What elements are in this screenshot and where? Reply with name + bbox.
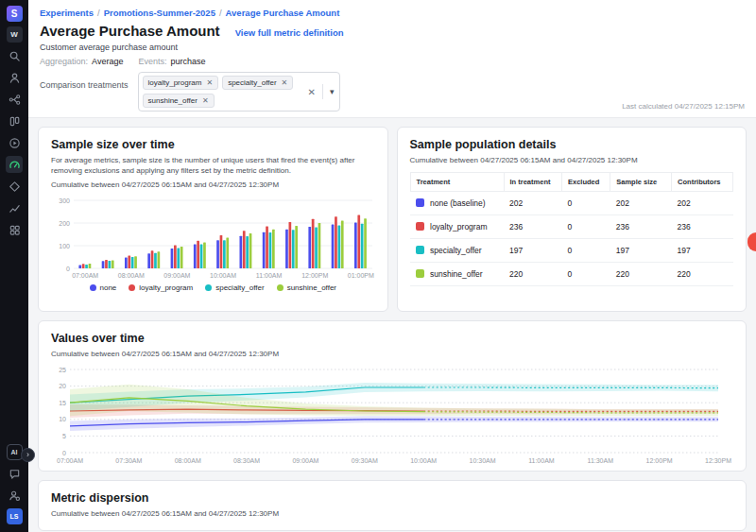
population-cumulative: Cumulative between 04/27/2025 06:15AM an… xyxy=(410,156,734,164)
treatment-name: none (baseline) xyxy=(430,198,486,208)
svg-text:07:00AM: 07:00AM xyxy=(72,272,98,279)
treatment-name: specialty_offer xyxy=(430,246,482,255)
svg-text:15: 15 xyxy=(59,400,66,406)
legend-label: loyalty_program xyxy=(139,283,193,292)
sidebar-item-users[interactable] xyxy=(6,69,23,86)
svg-text:25: 25 xyxy=(59,367,66,373)
excluded-value: 0 xyxy=(562,192,610,215)
breadcrumb-experiments[interactable]: Experiments xyxy=(40,8,94,18)
sidebar-item-support[interactable] xyxy=(6,465,23,482)
svg-text:12:30PM: 12:30PM xyxy=(705,457,731,464)
search-icon xyxy=(9,50,21,62)
line-chart-icon xyxy=(9,202,21,215)
svg-text:12:00PM: 12:00PM xyxy=(301,272,328,279)
workspace-ls-badge[interactable]: LS xyxy=(7,508,23,524)
comparison-treatments-select[interactable]: loyalty_program ✕ specialty_offer ✕ suns… xyxy=(138,72,341,112)
col-sample-size: Sample size xyxy=(610,173,672,192)
sample-size-value: 220 xyxy=(610,263,672,286)
table-row: loyalty_program 236 0 236 236 xyxy=(410,215,733,239)
sample-size-card: Sample size over time For average metric… xyxy=(38,127,388,312)
legend-label: none xyxy=(100,283,117,292)
events-value: purchase xyxy=(170,57,205,66)
metric-dispersion-card: Metric dispersion Cumulative between 04/… xyxy=(38,480,747,531)
table-header-row: Treatment In treatment Excluded Sample s… xyxy=(410,173,733,192)
svg-text:07:00AM: 07:00AM xyxy=(57,457,83,464)
legend-item-loyalty-program[interactable]: loyalty_program xyxy=(129,283,193,292)
svg-text:11:00AM: 11:00AM xyxy=(528,457,555,464)
sidebar-item-account[interactable] xyxy=(6,487,23,504)
values-over-time-card: Values over time Cumulative between 04/2… xyxy=(38,320,747,472)
page-header: Experiments / Promotions-Summer-2025 / A… xyxy=(28,0,756,118)
breadcrumb-experiment-name[interactable]: Promotions-Summer-2025 xyxy=(104,8,215,18)
sample-size-value: 236 xyxy=(610,215,672,239)
legend-dot xyxy=(90,284,96,291)
svg-text:09:00AM: 09:00AM xyxy=(163,272,190,279)
sidebar-item-search[interactable] xyxy=(6,47,23,64)
sample-size-value: 197 xyxy=(610,239,672,263)
ai-badge[interactable]: AI xyxy=(7,444,23,460)
contributors-value: 197 xyxy=(672,239,733,263)
contributors-value: 202 xyxy=(672,192,733,215)
sidebar-item-insights[interactable] xyxy=(6,199,23,216)
chip-loyalty-program[interactable]: loyalty_program ✕ xyxy=(143,76,219,90)
table-row: sunshine_offer 220 0 220 220 xyxy=(410,263,733,286)
sidebar-item-dashboards[interactable] xyxy=(6,221,23,238)
chat-bubble-icon xyxy=(9,468,21,480)
excluded-value: 0 xyxy=(562,263,610,286)
remove-chip-icon[interactable]: ✕ xyxy=(282,78,288,87)
treatment-name: sunshine_offer xyxy=(430,269,483,279)
population-table: Treatment In treatment Excluded Sample s… xyxy=(410,172,734,286)
breadcrumb-separator: / xyxy=(97,8,100,18)
in-treatment-value: 202 xyxy=(504,192,561,215)
table-row: specialty_offer 197 0 197 197 xyxy=(410,239,733,263)
svg-text:300: 300 xyxy=(59,197,70,203)
main-area: Experiments / Promotions-Summer-2025 / A… xyxy=(28,0,756,532)
sample-size-bar-chart[interactable]: 010020030007:00AM08:00AM09:00AM10:00AM11… xyxy=(51,196,375,279)
col-contributors: Contributors xyxy=(672,173,733,192)
chip-sunshine-offer[interactable]: sunshine_offer ✕ xyxy=(143,94,215,108)
svg-text:01:00PM: 01:00PM xyxy=(348,272,374,279)
app-logo-icon[interactable]: S xyxy=(7,6,23,22)
values-title: Values over time xyxy=(51,332,733,345)
sidebar-expand-button[interactable]: › xyxy=(21,448,35,462)
sidebar-item-metrics[interactable] xyxy=(6,156,23,173)
sample-size-cumulative: Cumulative between 04/27/2025 06:15AM an… xyxy=(51,180,375,189)
breadcrumb: Experiments / Promotions-Summer-2025 / A… xyxy=(40,8,745,18)
in-treatment-value: 220 xyxy=(504,263,561,286)
person-gear-icon xyxy=(9,489,21,502)
svg-text:09:00AM: 09:00AM xyxy=(292,457,318,464)
clear-all-icon[interactable]: ✕ xyxy=(308,87,316,97)
col-treatment: Treatment xyxy=(410,173,504,192)
sidebar-item-experiments[interactable] xyxy=(6,91,23,108)
excluded-value: 0 xyxy=(562,239,610,263)
metric-subtitle: Customer average purchase amount xyxy=(40,43,745,52)
svg-text:10: 10 xyxy=(59,416,66,422)
population-title: Sample population details xyxy=(410,138,734,151)
remove-chip-icon[interactable]: ✕ xyxy=(202,96,209,105)
remove-chip-icon[interactable]: ✕ xyxy=(206,78,213,87)
values-line-chart[interactable]: 051015202507:00AM07:30AM08:00AM08:30AM09… xyxy=(51,364,733,464)
feedback-tab[interactable] xyxy=(747,232,756,251)
legend-item-none[interactable]: none xyxy=(90,283,117,292)
branch-nodes-icon xyxy=(9,94,21,106)
legend-item-specialty-offer[interactable]: specialty_offer xyxy=(205,283,264,292)
svg-text:5: 5 xyxy=(62,433,66,439)
svg-text:08:30AM: 08:30AM xyxy=(233,457,260,464)
treatment-color-swatch xyxy=(416,198,424,207)
sidebar-item-pulse[interactable] xyxy=(6,134,23,151)
sidebar-item-boards[interactable] xyxy=(6,112,23,129)
svg-text:100: 100 xyxy=(59,242,70,249)
svg-text:0: 0 xyxy=(66,265,70,271)
view-metric-definition-link[interactable]: View full metric definition xyxy=(235,27,344,38)
in-treatment-value: 197 xyxy=(504,239,561,263)
columns-icon xyxy=(9,115,21,128)
comparison-treatments-label: Comparison treatments xyxy=(40,80,129,90)
workspace-badge[interactable]: W xyxy=(7,26,23,43)
legend-item-sunshine-offer[interactable]: sunshine_offer xyxy=(277,283,336,292)
person-icon xyxy=(9,72,21,84)
chevron-down-icon[interactable]: ▾ xyxy=(330,87,335,96)
breadcrumb-separator: / xyxy=(219,8,222,18)
sidebar-item-gems[interactable] xyxy=(6,178,23,195)
chip-specialty-offer[interactable]: specialty_offer ✕ xyxy=(222,76,293,90)
last-calculated-text: Last calculated 04/27/2025 12:15PM xyxy=(622,102,745,111)
